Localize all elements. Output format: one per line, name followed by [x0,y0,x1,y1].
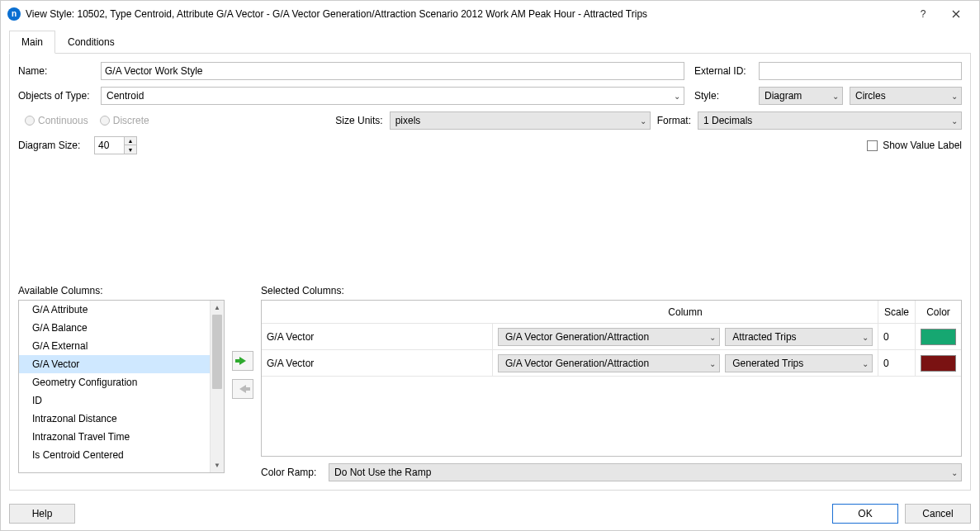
external-id-input[interactable] [759,62,962,80]
cell-name: G/A Vector [262,324,493,349]
available-columns-list[interactable]: G/A AttributeG/A BalanceG/A ExternalG/A … [18,300,225,473]
diagram-size-input[interactable] [94,136,124,154]
show-value-label-checkbox[interactable]: Show Value Label [867,140,962,151]
color-swatch [921,355,956,372]
app-icon: n [7,7,21,21]
grid-header-scale: Scale [878,301,916,323]
scroll-thumb[interactable] [212,315,222,389]
chevron-down-icon: ⌄ [674,92,680,101]
size-units-label: Size Units: [335,115,382,126]
table-row: G/A VectorG/A Vector Generation/Attracti… [262,350,961,377]
diagram-size-spinner[interactable]: ▲ ▼ [94,136,137,154]
diagram-size-label: Diagram Size: [18,140,88,151]
spinner-up-button[interactable]: ▲ [124,136,137,145]
objects-of-type-combo[interactable]: Centroid ⌄ [101,87,684,105]
color-ramp-label: Color Ramp: [261,467,322,478]
list-item[interactable]: Is Centroid Centered [19,446,210,464]
close-button[interactable] [940,2,973,26]
main-panel: Name: External ID: Objects of Type: Cent… [9,54,971,491]
dialog-footer: Help OK Cancel [1,497,979,530]
list-item[interactable]: Geometry Configuration [19,373,210,391]
style-type-combo[interactable]: Diagram ⌄ [759,87,843,105]
list-item[interactable]: G/A Attribute [19,301,210,319]
table-row: G/A VectorG/A Vector Generation/Attracti… [262,324,961,350]
objects-of-type-label: Objects of Type: [18,90,94,102]
radio-icon [25,116,35,126]
style-shape-combo[interactable]: Circles ⌄ [850,87,962,105]
cell-trip-type-combo[interactable]: Attracted Trips⌄ [725,328,873,346]
name-input[interactable] [101,62,684,80]
cell-name: G/A Vector [262,350,493,376]
chevron-down-icon: ⌄ [862,358,869,367]
cell-scale[interactable]: 0 [878,350,916,376]
scroll-up-button[interactable]: ▲ [211,301,224,315]
list-item[interactable]: G/A Vector [19,355,210,373]
arrow-left-icon [239,385,246,393]
list-item[interactable]: ID [19,391,210,410]
chevron-down-icon: ⌄ [951,92,958,101]
tab-strip: Main Conditions [9,30,971,54]
cancel-button[interactable]: Cancel [905,504,971,524]
selected-columns-label: Selected Columns: [261,285,962,296]
color-ramp-combo[interactable]: Do Not Use the Ramp ⌄ [329,463,962,481]
color-swatch [921,329,956,345]
external-id-label: External ID: [694,65,752,77]
cell-color[interactable] [916,350,961,376]
chevron-down-icon: ⌄ [862,332,869,341]
radio-icon [100,116,110,126]
list-item[interactable]: G/A Balance [19,319,210,337]
add-column-button[interactable] [232,351,253,371]
chevron-down-icon: ⌄ [951,468,958,477]
chevron-down-icon: ⌄ [951,116,958,126]
arrow-right-icon [239,357,246,365]
chevron-down-icon: ⌄ [640,116,646,126]
remove-column-button[interactable] [232,379,253,399]
close-icon [952,10,960,18]
chevron-down-icon: ⌄ [832,92,839,101]
dialog-window: n View Style: 10502, Type Centroid, Attr… [0,0,980,531]
chevron-down-icon: ⌄ [709,332,716,341]
discrete-radio: Discrete [100,115,149,126]
format-label: Format: [657,115,691,126]
chevron-down-icon: ⌄ [709,358,716,367]
name-label: Name: [18,65,94,77]
continuous-radio: Continuous [25,115,88,126]
spinner-down-button[interactable]: ▼ [124,145,137,154]
list-item[interactable]: Intrazonal Distance [19,410,210,428]
titlebar: n View Style: 10502, Type Centroid, Attr… [1,1,979,26]
selected-columns-grid: Column Scale Color G/A VectorG/A Vector … [261,300,962,457]
list-item[interactable]: Intrazonal Travel Time [19,428,210,446]
scrollbar[interactable]: ▲ ▼ [210,301,224,472]
size-units-combo[interactable]: pixels ⌄ [390,111,651,130]
help-footer-button[interactable]: Help [9,504,75,524]
checkbox-icon [867,140,878,151]
tab-conditions[interactable]: Conditions [55,31,127,54]
cell-trip-type-combo[interactable]: Generated Trips⌄ [725,354,873,372]
help-button[interactable]: ? [907,2,940,26]
style-label: Style: [694,90,752,102]
tab-main[interactable]: Main [9,31,55,54]
format-combo[interactable]: 1 Decimals ⌄ [698,111,962,130]
cell-attribute-combo[interactable]: G/A Vector Generation/Attraction⌄ [498,354,720,372]
grid-header-column: Column [262,301,878,323]
cell-scale[interactable]: 0 [878,324,916,349]
window-title: View Style: 10502, Type Centroid, Attrib… [26,8,907,20]
cell-attribute-combo[interactable]: G/A Vector Generation/Attraction⌄ [498,328,720,346]
ok-button[interactable]: OK [832,504,898,524]
scroll-down-button[interactable]: ▼ [211,458,224,472]
cell-color[interactable] [916,324,961,349]
grid-header-color: Color [916,301,961,323]
available-columns-label: Available Columns: [18,285,225,296]
list-item[interactable]: G/A External [19,337,210,355]
